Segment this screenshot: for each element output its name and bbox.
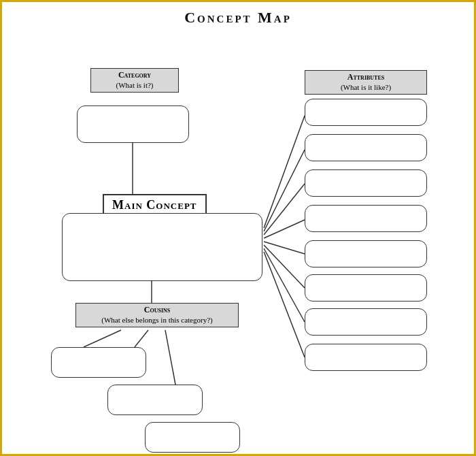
svg-line-11 (135, 330, 148, 347)
svg-line-3 (264, 184, 305, 235)
svg-line-10 (84, 330, 121, 347)
cousin-box-2[interactable] (107, 385, 203, 415)
attribute-box-7[interactable] (305, 308, 427, 336)
cousins-label: Cousins (What else belongs in this categ… (75, 303, 239, 327)
attribute-box-1[interactable] (305, 99, 427, 126)
attribute-box-8[interactable] (305, 344, 427, 371)
svg-line-7 (264, 248, 305, 322)
cousin-box-3[interactable] (145, 422, 240, 453)
svg-line-8 (264, 252, 305, 357)
svg-line-2 (264, 150, 305, 231)
main-concept-box[interactable] (62, 213, 262, 281)
svg-line-5 (264, 242, 305, 254)
svg-line-4 (264, 220, 305, 238)
cousin-box-1[interactable] (51, 347, 146, 378)
attribute-box-3[interactable] (305, 169, 427, 197)
svg-line-12 (165, 330, 175, 385)
concept-map-container: Category (What is it?) Main Concept Attr… (2, 31, 476, 456)
attribute-box-2[interactable] (305, 134, 427, 161)
svg-line-6 (264, 245, 305, 288)
attribute-box-6[interactable] (305, 274, 427, 302)
page-title: Concept Map (2, 2, 474, 31)
attribute-box-5[interactable] (305, 240, 427, 267)
attributes-label: Attributes (What is it like?) (305, 70, 427, 95)
category-box[interactable] (77, 105, 189, 143)
attribute-box-4[interactable] (305, 205, 427, 232)
svg-line-1 (264, 116, 305, 228)
category-label: Category (What is it?) (90, 68, 179, 93)
